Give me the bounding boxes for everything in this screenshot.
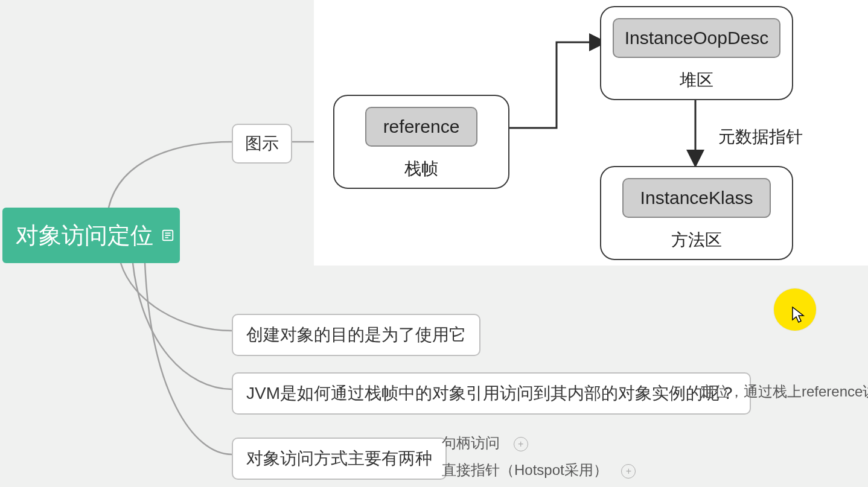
label-meta-pointer: 元数据指针 bbox=[718, 126, 803, 148]
diagram-oop-text: InstanceOopDesc bbox=[625, 28, 768, 48]
diagram-reference-box: reference bbox=[365, 107, 478, 147]
diagram-klass-box: InstanceKlass bbox=[622, 178, 771, 218]
leaf-way-handle-label: 句柄访问 bbox=[442, 434, 500, 451]
diagram-heap: InstanceOopDesc 堆区 bbox=[600, 6, 793, 100]
label-meta-pointer-text: 元数据指针 bbox=[718, 127, 803, 146]
node-two-ways-label: 对象访问方式主要有两种 bbox=[246, 449, 432, 468]
expand-icon[interactable]: + bbox=[621, 464, 636, 479]
node-purpose-label: 创建对象的目的是为了使用它 bbox=[246, 325, 466, 344]
node-two-ways[interactable]: 对象访问方式主要有两种 bbox=[232, 438, 447, 480]
diagram-methodarea-label: 方法区 bbox=[671, 229, 722, 252]
diagram-klass-text: InstanceKlass bbox=[640, 188, 753, 208]
node-question-label: JVM是如何通过栈帧中的对象引用访问到其内部的对象实例的呢？ bbox=[246, 384, 736, 403]
expand-icon[interactable]: + bbox=[514, 437, 528, 451]
diagram-methodarea: InstanceKlass 方法区 bbox=[600, 166, 793, 260]
root-node[interactable]: 对象访问定位 bbox=[2, 208, 180, 263]
node-question[interactable]: JVM是如何通过栈帧中的对象引用访问到其内部的对象实例的呢？ bbox=[232, 372, 751, 415]
diagram-oop-box: InstanceOopDesc bbox=[613, 18, 780, 58]
cursor-icon bbox=[792, 307, 805, 327]
leaf-way-handle[interactable]: 句柄访问 + bbox=[442, 433, 528, 453]
root-title: 对象访问定位 bbox=[16, 220, 153, 251]
diagram-reference-text: reference bbox=[383, 116, 460, 136]
node-purpose[interactable]: 创建对象的目的是为了使用它 bbox=[232, 314, 480, 356]
diagram-stackframe-label: 栈帧 bbox=[404, 158, 438, 180]
leaf-way-direct[interactable]: 直接指针（Hotspot采用） + bbox=[442, 460, 636, 480]
node-illustration[interactable]: 图示 bbox=[232, 124, 292, 164]
diagram-stackframe: reference 栈帧 bbox=[333, 95, 509, 189]
leaf-way-direct-label: 直接指针（Hotspot采用） bbox=[442, 462, 608, 478]
note-icon[interactable] bbox=[159, 227, 176, 244]
diagram-heap-label: 堆区 bbox=[680, 69, 713, 92]
leaf-question-note-label: 定位，通过栈上reference访问 bbox=[700, 383, 868, 399]
node-illustration-label: 图示 bbox=[245, 134, 279, 153]
leaf-question-note[interactable]: 定位，通过栈上reference访问 bbox=[700, 382, 868, 401]
mindmap-canvas: 对象访问定位 图示 创建对象的目的是为了使用它 JVM是如何通过栈帧中的对象引用… bbox=[0, 0, 868, 487]
